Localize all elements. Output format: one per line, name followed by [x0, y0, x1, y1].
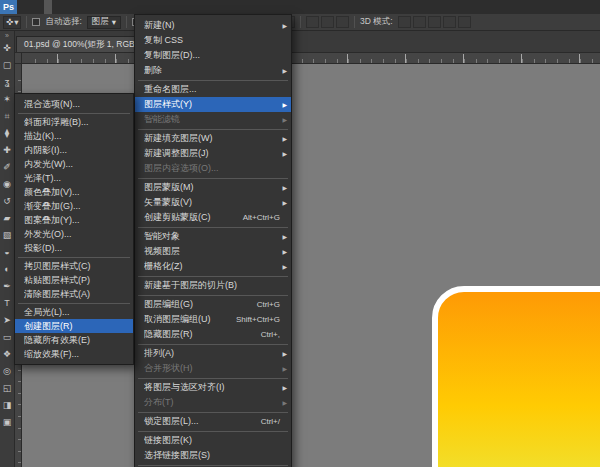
3d-mode-label: 3D 模式: — [360, 16, 393, 28]
submenu-item[interactable]: 内发光(W)... — [15, 157, 133, 171]
auto-select-dropdown[interactable]: 图层 ▾ — [87, 16, 121, 29]
submenu-item[interactable]: 斜面和浮雕(B)... — [15, 115, 133, 129]
distribute-horizontal-icon[interactable] — [321, 16, 334, 28]
menubar-item[interactable] — [60, 0, 68, 14]
move-tool-icon[interactable]: ✜ — [0, 40, 14, 57]
menu-item[interactable]: 栅格化(Z) ▶ — [135, 259, 291, 274]
menubar-item[interactable] — [92, 0, 100, 14]
menu-item[interactable]: 合并形状(H) ▶ — [135, 361, 291, 376]
menu-item[interactable]: 将图层与选区对齐(I) ▶ — [135, 380, 291, 395]
menu-item[interactable]: 新建(N) ▶ — [135, 18, 291, 33]
menu-item[interactable]: 选择链接图层(S) — [135, 448, 291, 463]
menubar-item[interactable] — [28, 0, 36, 14]
submenu-item[interactable]: 颜色叠加(V)... — [15, 185, 133, 199]
auto-select-checkbox[interactable] — [32, 18, 40, 26]
quick-selection-tool-icon[interactable]: ✶ — [0, 91, 14, 108]
submenu-item[interactable]: 光泽(T)... — [15, 171, 133, 185]
pen-tool-icon[interactable]: ✒ — [0, 278, 14, 295]
3d-slide-icon[interactable] — [443, 16, 456, 28]
submenu-item[interactable]: 投影(D)... — [15, 241, 133, 255]
menu-item[interactable]: 链接图层(K) — [135, 433, 291, 448]
menubar-item[interactable] — [52, 0, 60, 14]
submenu-item[interactable]: 隐藏所有效果(E) — [15, 333, 133, 347]
submenu-item[interactable]: 描边(K)... — [15, 129, 133, 143]
menu-item[interactable]: 新建填充图层(W) ▶ — [135, 131, 291, 146]
menu-item[interactable]: 智能对象 ▶ — [135, 229, 291, 244]
submenu-item[interactable]: 创建图层(R) — [15, 319, 133, 333]
options-divider — [354, 16, 355, 28]
submenu-item[interactable]: 外发光(O)... — [15, 227, 133, 241]
hand-tool-icon[interactable]: ❖ — [0, 346, 14, 363]
menu-item[interactable]: 图层编组(G) Ctrl+G — [135, 297, 291, 312]
submenu-item[interactable]: 全局光(L)... — [15, 305, 133, 319]
layer-style-submenu: 混合选项(N)... 斜面和浮雕(B)... 描边(K)... 内阴影(I)..… — [14, 93, 134, 365]
submenu-arrow-icon: ▶ — [280, 22, 287, 29]
submenu-item[interactable]: 混合选项(N)... — [15, 97, 133, 111]
type-tool-icon[interactable]: T — [0, 295, 14, 312]
crop-tool-icon[interactable]: ⌗ — [0, 108, 14, 125]
brush-tool-icon[interactable]: ✐ — [0, 159, 14, 176]
menu-item[interactable]: 隐藏图层(R) Ctrl+, — [135, 327, 291, 342]
quick-mask-icon[interactable]: ◨ — [0, 397, 14, 414]
menubar-item[interactable] — [100, 0, 108, 14]
clone-stamp-tool-icon[interactable]: ◉ — [0, 176, 14, 193]
menubar-item[interactable] — [84, 0, 92, 14]
menu-item[interactable]: 图层样式(Y) ▶ — [135, 97, 291, 112]
menu-item[interactable]: 图层蒙版(M) ▶ — [135, 180, 291, 195]
distribute-vertical-icon[interactable] — [306, 16, 319, 28]
submenu-item[interactable]: 内阴影(I)... — [15, 143, 133, 157]
menu-item[interactable]: 复制图层(D)... — [135, 48, 291, 63]
eyedropper-tool-icon[interactable]: ⧫ — [0, 125, 14, 142]
menubar-item[interactable] — [20, 0, 28, 14]
menubar-item[interactable] — [76, 0, 84, 14]
submenu-arrow-icon: ▶ — [280, 350, 287, 357]
submenu-arrow-icon: ▶ — [280, 233, 287, 240]
marquee-tool-icon[interactable]: ▢ — [0, 57, 14, 74]
blur-tool-icon[interactable]: ◒ — [0, 244, 14, 261]
menu-item[interactable]: 图层内容选项(O)... — [135, 161, 291, 176]
distribute-evenly-icon[interactable] — [336, 16, 349, 28]
gradient-tool-icon[interactable]: ▧ — [0, 227, 14, 244]
menu-item[interactable]: 新建调整图层(J) ▶ — [135, 146, 291, 161]
menu-item[interactable]: 删除 ▶ — [135, 63, 291, 78]
submenu-item[interactable]: 拷贝图层样式(C) — [15, 259, 133, 273]
tool-preset-button[interactable]: ✜ ▾ — [3, 16, 21, 29]
foreground-background-swatch[interactable]: ◱ — [0, 380, 14, 397]
menubar-item[interactable] — [44, 0, 52, 14]
eraser-tool-icon[interactable]: ▰ — [0, 210, 14, 227]
menu-item[interactable]: 分布(T) ▶ — [135, 395, 291, 410]
menu-item[interactable]: 重命名图层... — [135, 82, 291, 97]
3d-drag-icon[interactable] — [428, 16, 441, 28]
menu-item[interactable]: 复制 CSS — [135, 33, 291, 48]
3d-roll-icon[interactable] — [413, 16, 426, 28]
menu-item[interactable]: 锁定图层(L)... Ctrl+/ — [135, 414, 291, 429]
submenu-item[interactable]: 粘贴图层样式(P) — [15, 273, 133, 287]
history-brush-tool-icon[interactable]: ↺ — [0, 193, 14, 210]
healing-brush-tool-icon[interactable]: ✚ — [0, 142, 14, 159]
submenu-item[interactable]: 渐变叠加(G)... — [15, 199, 133, 213]
submenu-item[interactable]: 缩放效果(F)... — [15, 347, 133, 361]
menu-item[interactable]: 智能滤镜 ▶ — [135, 112, 291, 127]
toolbar-collapse-icon[interactable]: » — [5, 31, 9, 40]
dodge-tool-icon[interactable]: ◐ — [0, 261, 14, 278]
menu-item[interactable]: 排列(A) ▶ — [135, 346, 291, 361]
screen-mode-icon[interactable]: ▣ — [0, 414, 14, 431]
menu-item[interactable]: 新建基于图层的切片(B) — [135, 278, 291, 293]
submenu-item[interactable]: 图案叠加(Y)... — [15, 213, 133, 227]
lasso-tool-icon[interactable]: ʓ — [0, 74, 14, 91]
submenu-arrow-icon: ▶ — [280, 384, 287, 391]
menu-item[interactable]: 矢量蒙版(V) ▶ — [135, 195, 291, 210]
menubar-item[interactable] — [36, 0, 44, 14]
menubar-item[interactable] — [68, 0, 76, 14]
path-selection-tool-icon[interactable]: ➤ — [0, 312, 14, 329]
auto-select-value: 图层 — [92, 16, 109, 28]
menu-item[interactable]: 视频图层 ▶ — [135, 244, 291, 259]
zoom-tool-icon[interactable]: ◎ — [0, 363, 14, 380]
menu-item[interactable]: 创建剪贴蒙版(C) Alt+Ctrl+G — [135, 210, 291, 225]
shape-tool-icon[interactable]: ▭ — [0, 329, 14, 346]
submenu-item[interactable]: 清除图层样式(A) — [15, 287, 133, 301]
3d-rotate-icon[interactable] — [398, 16, 411, 28]
3d-scale-icon[interactable] — [458, 16, 471, 28]
menu-item[interactable]: 取消图层编组(U) Shift+Ctrl+G — [135, 312, 291, 327]
submenu-arrow-icon: ▶ — [280, 67, 287, 74]
